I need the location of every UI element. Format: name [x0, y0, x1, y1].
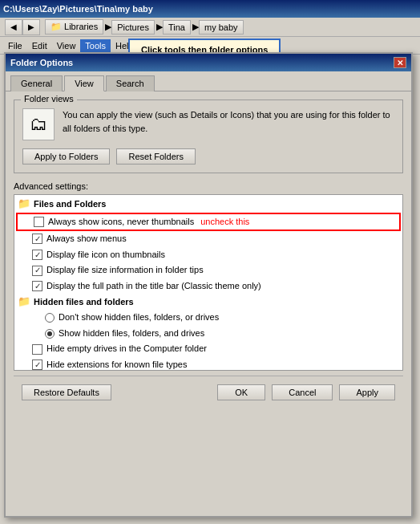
- list-item-always-show-icons[interactable]: Always show icons, never thumbnails unch…: [16, 213, 401, 232]
- advanced-label: Advanced settings:: [14, 181, 403, 191]
- folder-options-dialog: Folder Options ✕ General View Search Fol…: [4, 52, 413, 518]
- file-size-checkbox[interactable]: [32, 266, 42, 276]
- tabs-bar: General View Search: [6, 71, 411, 91]
- full-path-checkbox[interactable]: [32, 281, 42, 291]
- hide-extensions-checkbox[interactable]: [32, 359, 42, 370]
- menu-edit[interactable]: Edit: [27, 39, 52, 52]
- list-item-always-show-menus[interactable]: Always show menus: [16, 231, 401, 247]
- file-icon-thumbnails-label: Display file icon on thumbnails: [46, 248, 165, 262]
- path-tina[interactable]: Tina: [163, 20, 191, 35]
- explorer-title: C:\Users\Zay\Pictures\Tina\my baby: [3, 4, 153, 14]
- ok-button[interactable]: OK: [217, 384, 265, 400]
- list-item-file-size[interactable]: Display file size information in folder …: [16, 262, 401, 278]
- explorer-titlebar: C:\Users\Zay\Pictures\Tina\my baby: [0, 0, 420, 18]
- path-sep2: ▶: [156, 22, 163, 32]
- path-sep1: ▶: [105, 22, 111, 32]
- files-folders-icon: 📁: [18, 199, 30, 209]
- list-item-dont-show-hidden[interactable]: Don't show hidden files, folders, or dri…: [16, 310, 401, 326]
- path-libraries[interactable]: 📁 Libraries: [45, 19, 103, 35]
- path-pictures[interactable]: Pictures: [111, 20, 155, 35]
- always-show-icons-label: Always show icons, never thumbnails: [48, 215, 194, 230]
- file-icon-thumbnails-checkbox[interactable]: [32, 250, 42, 260]
- list-item-file-icon-thumbnails[interactable]: Display file icon on thumbnails: [16, 247, 401, 263]
- folder-views-description: You can apply the view (such as Details …: [63, 108, 394, 135]
- folder-views-group: Folder views 🗂 You can apply the view (s…: [14, 100, 403, 173]
- hide-empty-drives-checkbox[interactable]: [32, 344, 42, 355]
- folder-view-icon: 🗂: [22, 108, 55, 140]
- list-item-full-path[interactable]: Display the full path in the title bar (…: [16, 278, 401, 294]
- tab-general[interactable]: General: [10, 75, 63, 91]
- folder-views-title: Folder views: [21, 94, 77, 104]
- list-item-hidden-files-category: 📁 Hidden files and folders: [16, 294, 401, 311]
- always-show-menus-label: Always show menus: [46, 232, 127, 246]
- menu-view[interactable]: View: [52, 39, 81, 52]
- path-mybaby[interactable]: my baby: [199, 20, 244, 35]
- restore-defaults-button[interactable]: Restore Defaults: [22, 384, 111, 400]
- always-show-icons-checkbox[interactable]: [34, 217, 44, 227]
- show-hidden-radio[interactable]: [45, 329, 55, 339]
- tab-view[interactable]: View: [64, 75, 104, 91]
- back-button[interactable]: ◀: [5, 19, 22, 35]
- file-size-label: Display file size information in folder …: [46, 263, 204, 278]
- cancel-button[interactable]: Cancel: [272, 384, 333, 400]
- dialog-title: Folder Options: [10, 58, 73, 67]
- tab-search-label: Search: [116, 79, 144, 88]
- menu-tools[interactable]: Tools: [80, 39, 111, 52]
- hide-empty-drives-label: Hide empty drives in the Computer folder: [46, 342, 207, 356]
- full-path-label: Display the full path in the title bar (…: [46, 279, 261, 294]
- folder-views-buttons: Apply to Folders Reset Folders: [22, 148, 394, 165]
- show-hidden-label: Show hidden files, folders, and drives: [59, 327, 204, 341]
- hide-extensions-label: Hide extensions for known file types: [46, 358, 187, 371]
- always-show-menus-checkbox[interactable]: [32, 234, 42, 244]
- path-sep3: ▶: [192, 22, 199, 32]
- dialog-bottom-buttons: Restore Defaults OK Cancel Apply: [14, 376, 403, 405]
- list-item-hide-empty-drives[interactable]: Hide empty drives in the Computer folder: [16, 341, 401, 357]
- nav-arrows: ◀ ▶: [5, 19, 40, 35]
- tab-general-label: General: [21, 79, 52, 88]
- apply-button[interactable]: Apply: [339, 384, 395, 400]
- close-button[interactable]: ✕: [394, 57, 406, 68]
- tab-view-label: View: [75, 79, 94, 88]
- reset-folders-button[interactable]: Reset Folders: [116, 148, 195, 165]
- menu-file[interactable]: File: [3, 39, 27, 52]
- explorer-path-bar: ◀ ▶ 📁 Libraries ▶ Pictures ▶ Tina ▶ my b…: [0, 18, 420, 37]
- dialog-content: Folder views 🗂 You can apply the view (s…: [6, 91, 411, 413]
- list-item-hide-extensions[interactable]: Hide extensions for known file types: [16, 357, 401, 371]
- files-folders-label: Files and Folders: [34, 197, 106, 212]
- tab-search[interactable]: Search: [106, 75, 155, 91]
- hidden-files-label: Hidden files and folders: [34, 295, 134, 310]
- dont-show-hidden-label: Don't show hidden files, folders, or dri…: [59, 311, 219, 325]
- dialog-titlebar: Folder Options ✕: [6, 54, 411, 71]
- dont-show-hidden-radio[interactable]: [45, 313, 55, 323]
- apply-to-folders-button[interactable]: Apply to Folders: [22, 148, 110, 165]
- folder-views-inner: 🗂 You can apply the view (such as Detail…: [22, 108, 394, 140]
- uncheck-hint: uncheck this: [200, 215, 249, 230]
- settings-list[interactable]: 📁 Files and Folders Always show icons, n…: [14, 194, 403, 371]
- hidden-files-icon: 📁: [18, 297, 30, 307]
- forward-button[interactable]: ▶: [22, 19, 40, 35]
- list-item-show-hidden[interactable]: Show hidden files, folders, and drives: [16, 326, 401, 342]
- list-item-files-folders-category: 📁 Files and Folders: [16, 197, 401, 213]
